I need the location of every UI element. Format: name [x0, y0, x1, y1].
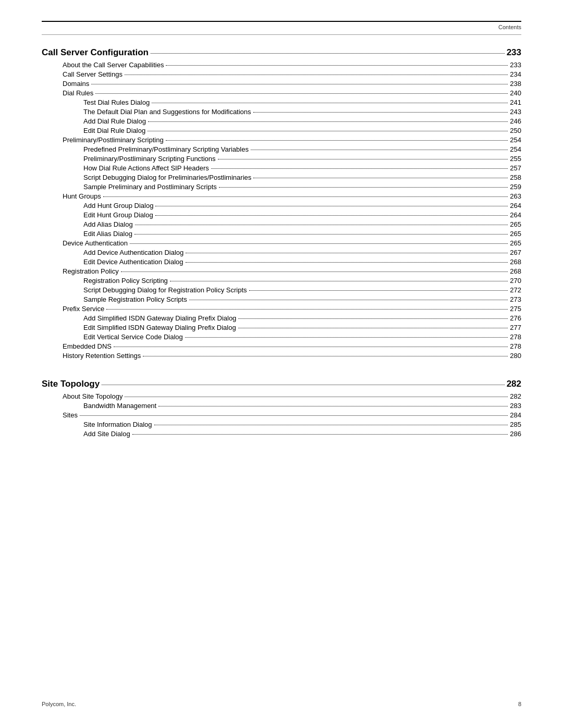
entry-dots	[155, 215, 508, 216]
toc-entry: Edit Dial Rule Dialog 250	[42, 127, 521, 134]
toc-entry: Add Dial Rule Dialog 246	[42, 117, 521, 125]
toc-entry: The Default Dial Plan and Suggestions fo…	[42, 108, 521, 116]
entry-page: 238	[510, 80, 521, 88]
section-title-text: Site Topology	[42, 379, 100, 389]
entry-page: 267	[510, 249, 521, 256]
entry-dots	[154, 425, 508, 425]
entry-text: Edit Vertical Service Code Dialog	[83, 333, 183, 341]
entry-dots	[121, 272, 508, 272]
toc-entry: Sample Preliminary and Postliminary Scri…	[42, 183, 521, 191]
toc-entry: Test Dial Rules Dialog 241	[42, 98, 521, 106]
entry-dots	[211, 168, 508, 169]
toc-entry: Add Site Dialog 286	[42, 430, 521, 438]
entry-dots	[134, 234, 508, 235]
entry-text: Edit Device Authentication Dialog	[83, 258, 183, 266]
entry-dots	[95, 93, 508, 94]
toc-entry: Add Simplified ISDN Gateway Dialing Pref…	[42, 314, 521, 322]
entry-text: Edit Simplified ISDN Gateway Dialing Pre…	[83, 324, 236, 331]
entry-text: Add Dial Rule Dialog	[83, 117, 146, 125]
entry-dots	[130, 243, 508, 244]
toc-entry: About the Call Server Capabilities 233	[42, 61, 521, 69]
entry-text: Add Site Dialog	[83, 430, 130, 438]
toc-entry: Edit Device Authentication Dialog 268	[42, 258, 521, 266]
entry-dots	[103, 196, 508, 197]
entry-page: 233	[510, 61, 521, 69]
toc-entry: Add Device Authentication Dialog 267	[42, 249, 521, 256]
entry-dots	[152, 103, 508, 103]
entry-text: Predefined Preliminary/Postliminary Scri…	[83, 145, 249, 153]
entry-dots	[238, 328, 508, 328]
entry-text: How Dial Rule Actions Affect SIP Headers	[83, 164, 209, 172]
toc-entry: Edit Hunt Group Dialog 264	[42, 211, 521, 219]
entry-text: History Retention Settings	[63, 352, 141, 360]
section-title-dots	[151, 53, 505, 54]
entry-dots	[135, 225, 508, 225]
entry-page: 276	[510, 314, 521, 322]
entry-dots	[158, 406, 508, 406]
entry-text: Preliminary/Postliminary Scripting	[63, 136, 164, 144]
entry-text: Registration Policy	[63, 267, 119, 275]
entry-page: 270	[510, 277, 521, 285]
toc-entry: Edit Vertical Service Code Dialog 278	[42, 333, 521, 341]
entry-page: 255	[510, 155, 521, 163]
toc-entry: About Site Topology 282	[42, 392, 521, 400]
entry-text: Hunt Groups	[63, 192, 101, 200]
entry-page: 254	[510, 136, 521, 144]
toc-entry: History Retention Settings 280	[42, 352, 521, 360]
entry-page: 264	[510, 211, 521, 219]
entry-page: 273	[510, 295, 521, 303]
entry-text: Add Simplified ISDN Gateway Dialing Pref…	[83, 314, 236, 322]
entry-text: Dial Rules	[63, 89, 93, 97]
entry-dots	[219, 187, 508, 188]
entry-dots	[125, 397, 508, 397]
entry-text: About the Call Server Capabilities	[63, 61, 164, 69]
footer-left: Polycom, Inc.	[42, 701, 76, 707]
toc-entry: Registration Policy Scripting 270	[42, 277, 521, 285]
entry-dots	[170, 281, 508, 281]
entry-dots	[132, 434, 508, 435]
entry-text: Device Authentication	[63, 239, 128, 247]
entry-page: 241	[510, 98, 521, 106]
entry-dots	[106, 309, 508, 310]
entry-page: 254	[510, 145, 521, 153]
entry-page: 268	[510, 258, 521, 266]
entry-dots	[80, 415, 508, 416]
toc-section-title: Site Topology 282	[42, 379, 521, 389]
entry-page: 246	[510, 117, 521, 125]
section-gap	[42, 361, 521, 369]
entry-page: 265	[510, 230, 521, 238]
entry-text: Bandwidth Management	[83, 402, 156, 410]
entry-page: 268	[510, 267, 521, 275]
entry-dots	[253, 178, 508, 178]
entry-dots	[91, 84, 508, 84]
toc-entry: Preliminary/Postliminary Scripting 254	[42, 136, 521, 144]
entry-page: 265	[510, 239, 521, 247]
entry-text: The Default Dial Plan and Suggestions fo…	[83, 108, 251, 116]
toc-entry: Script Debugging Dialog for Registration…	[42, 286, 521, 294]
entry-text: Add Alias Dialog	[83, 220, 133, 228]
entry-page: 265	[510, 220, 521, 228]
entry-text: Add Hunt Group Dialog	[83, 202, 153, 209]
entry-text: Add Device Authentication Dialog	[83, 249, 183, 256]
entry-text: Edit Alias Dialog	[83, 230, 132, 238]
entry-page: 282	[510, 392, 521, 400]
entry-page: 275	[510, 305, 521, 313]
entry-page: 258	[510, 174, 521, 181]
page-container: Contents Call Server Configuration 233 A…	[0, 0, 563, 728]
toc-entry: Call Server Settings 234	[42, 70, 521, 78]
entry-page: 278	[510, 333, 521, 341]
entry-page: 250	[510, 127, 521, 134]
toc-entry: Dial Rules 240	[42, 89, 521, 97]
toc-entry: Prefix Service 275	[42, 305, 521, 313]
toc-entry: Embedded DNS 278	[42, 342, 521, 350]
entry-text: Registration Policy Scripting	[83, 277, 168, 285]
footer: Polycom, Inc. 8	[42, 701, 521, 707]
toc-entry: Bandwidth Management 283	[42, 402, 521, 410]
toc-entry: Site Information Dialog 285	[42, 421, 521, 428]
entry-dots	[143, 356, 508, 356]
entry-page: 272	[510, 286, 521, 294]
entry-dots	[253, 112, 508, 113]
section-title-dots	[102, 385, 505, 385]
entry-page: 240	[510, 89, 521, 97]
section-title-page: 282	[507, 379, 521, 389]
